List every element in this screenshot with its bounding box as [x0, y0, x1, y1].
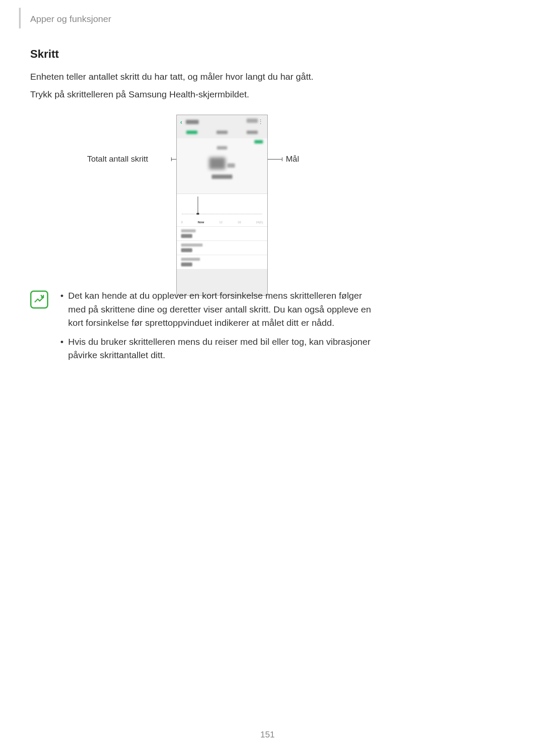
phone-screenshot: ‹ ⋮ 0 Now: [176, 115, 268, 296]
note-item-2: Hvis du bruker skrittelleren mens du rei…: [58, 335, 375, 362]
back-icon: ‹: [180, 119, 182, 125]
chart-label-24: 24(h): [256, 221, 263, 224]
pause-label-blur: [247, 119, 258, 123]
screen-title-blur: [186, 120, 199, 124]
step-count-blur: [209, 157, 225, 169]
chart-labels: 0 Now 12 18 24(h): [181, 221, 263, 224]
stat-healthy-label-blur: [181, 258, 200, 261]
more-icon: ⋮: [258, 118, 264, 125]
phone-main-panel: [177, 138, 267, 194]
note-icon: [30, 291, 48, 309]
stat-calories: [177, 241, 267, 255]
tab-trends-blur: [216, 131, 228, 134]
body-paragraph-2: Trykk på skrittelleren på Samsung Health…: [30, 87, 366, 102]
stat-calories-label-blur: [181, 244, 203, 247]
today-label-blur: [217, 146, 227, 150]
stat-calories-value-blur: [181, 248, 192, 252]
phone-header: ‹ ⋮: [177, 115, 267, 129]
callout-goal: Mål: [286, 154, 299, 164]
chart-label-12: 12: [219, 221, 222, 224]
stat-distance: [177, 226, 267, 241]
note-list: Det kan hende at du opplever en kort for…: [58, 289, 375, 367]
stat-healthy-value-blur: [181, 262, 192, 266]
tabs: [177, 129, 267, 138]
note-item-1: Det kan hende at du opplever en kort for…: [58, 289, 375, 330]
section-title: Skritt: [30, 47, 366, 61]
chart-label-18: 18: [238, 221, 241, 224]
header-divider: [19, 8, 21, 28]
stat-healthy: [177, 255, 267, 269]
chart-label-0: 0: [181, 221, 183, 224]
figure: Totalt antall skritt Mål ‹ ⋮: [30, 115, 366, 304]
leader-tick-left: [171, 157, 172, 161]
step-unit-blur: [227, 163, 235, 168]
note-block: Det kan hende at du opplever en kort for…: [30, 289, 375, 367]
tab-rewards-blur: [247, 131, 258, 134]
tab-track-blur: [186, 131, 197, 134]
stat-distance-label-blur: [181, 229, 196, 232]
chart-bar: [197, 197, 198, 214]
page-number: 151: [0, 730, 535, 740]
callout-total-steps: Totalt antall skritt: [87, 154, 148, 164]
chart-baseline: [182, 214, 262, 214]
goal-value-blur: [254, 140, 263, 144]
leader-tick-right: [282, 157, 282, 161]
step-sublabel-blur: [212, 175, 232, 179]
chart-area: 0 Now 12 18 24(h): [177, 194, 267, 226]
breadcrumb: Apper og funksjoner: [30, 14, 111, 24]
stat-distance-value-blur: [181, 234, 192, 238]
chart-label-now: Now: [198, 221, 204, 224]
body-paragraph-1: Enheten teller antallet skritt du har ta…: [30, 69, 366, 84]
